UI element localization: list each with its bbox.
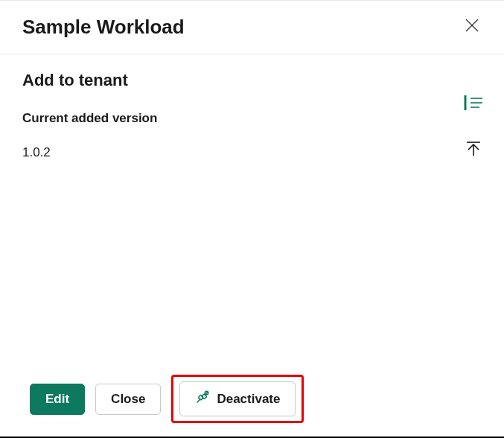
dialog-content: Add to tenant Current added version 1.0.… (0, 54, 504, 177)
side-toolbar (464, 95, 483, 160)
deactivate-button[interactable]: Deactivate (179, 381, 296, 416)
close-icon (465, 19, 479, 35)
close-button-label: Close (111, 392, 145, 407)
section-title: Add to tenant (22, 71, 482, 90)
dialog-footer: Edit Close Deactivate (30, 375, 304, 423)
edit-button[interactable]: Edit (30, 384, 85, 415)
close-button[interactable]: Close (95, 384, 161, 415)
scroll-top-icon[interactable] (465, 141, 482, 160)
edit-button-label: Edit (45, 392, 69, 407)
plug-icon (195, 390, 210, 408)
dialog-title: Sample Workload (22, 16, 185, 39)
close-icon-button[interactable] (462, 16, 482, 39)
deactivate-highlight: Deactivate (171, 375, 304, 423)
dialog-header: Sample Workload (0, 1, 504, 54)
version-label: Current added version (22, 111, 482, 126)
list-icon[interactable] (464, 95, 483, 114)
deactivate-button-label: Deactivate (217, 392, 280, 407)
version-value: 1.0.2 (22, 145, 482, 160)
